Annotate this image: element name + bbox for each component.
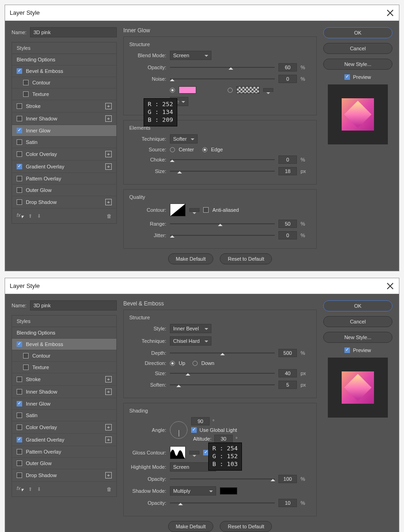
style-item-gradient-overlay[interactable]: Gradient Overlay+ [12,161,116,173]
style-checkbox[interactable] [17,341,22,347]
style-checkbox[interactable] [17,164,22,169]
style-checkbox[interactable] [17,472,22,478]
blending-options[interactable]: Blending Options [12,54,116,66]
soften-input[interactable]: 5 [278,381,297,389]
range-slider[interactable] [170,221,275,227]
gradient-swatch[interactable] [236,86,259,94]
move-up-icon[interactable]: ⬆ [28,486,32,492]
cancel-button[interactable]: Cancel [323,316,392,327]
style-checkbox[interactable] [17,151,22,157]
contour-dropdown[interactable] [189,208,199,212]
style-item-color-overlay[interactable]: Color Overlay+ [12,148,116,161]
style-item-pattern-overlay[interactable]: Pattern Overlay [12,173,116,185]
depth-input[interactable]: 500 [278,349,297,357]
blending-options[interactable]: Blending Options [12,327,116,339]
technique-select[interactable]: Softer [170,134,198,143]
add-effect-icon[interactable]: + [105,472,112,478]
make-default-button[interactable]: Make Default [168,253,214,264]
style-checkbox[interactable] [17,449,22,454]
opacity-slider[interactable] [170,64,275,71]
shadow-opacity-slider[interactable] [170,500,275,506]
style-item-drop-shadow[interactable]: Drop Shadow+ [12,469,116,482]
style-item-stroke[interactable]: Stroke+ [12,100,116,113]
style-item-inner-glow[interactable]: Inner Glow [12,398,116,410]
jitter-slider[interactable] [170,232,275,239]
highlight-opacity-input[interactable]: 100 [278,475,297,483]
style-checkbox[interactable] [23,91,29,97]
style-item-bevel-emboss[interactable]: Bevel & Emboss [12,66,116,77]
style-item-texture[interactable]: Texture [12,362,116,373]
style-checkbox[interactable] [17,128,22,133]
add-effect-icon[interactable]: + [105,151,112,157]
style-item-satin[interactable]: Satin [12,137,116,148]
preview-checkbox[interactable] [344,347,350,353]
shadow-opacity-input[interactable]: 10 [278,499,297,507]
add-effect-icon[interactable]: + [105,436,112,443]
style-checkbox[interactable] [17,187,22,193]
color-swatch[interactable] [179,86,196,94]
down-radio[interactable] [193,361,198,366]
size-slider[interactable] [170,168,275,174]
style-checkbox[interactable] [17,103,22,109]
style-checkbox[interactable] [17,389,22,395]
style-checkbox[interactable] [23,353,29,359]
style-item-inner-shadow[interactable]: Inner Shadow+ [12,113,116,125]
new-style-button[interactable]: New Style... [323,59,392,70]
choke-input[interactable]: 0 [278,155,297,164]
style-checkbox[interactable] [17,437,22,442]
style-item-color-overlay[interactable]: Color Overlay+ [12,421,116,434]
blend-mode-select[interactable]: Screen [170,51,211,60]
add-effect-icon[interactable]: + [105,424,112,430]
preview-checkbox[interactable] [344,74,350,80]
up-radio[interactable] [170,361,175,366]
style-item-stroke[interactable]: Stroke+ [12,373,116,386]
close-icon[interactable] [386,282,394,290]
ok-button[interactable]: OK [323,300,392,311]
contour-picker[interactable] [170,203,186,216]
gradient-dropdown[interactable] [263,88,273,92]
technique-select[interactable]: Chisel Hard [170,336,211,346]
gloss-contour-dropdown[interactable] [189,451,199,454]
style-checkbox[interactable] [17,199,22,205]
soften-slider[interactable] [170,382,275,388]
style-checkbox[interactable] [17,68,22,74]
reset-default-button[interactable]: Reset to Default [220,253,272,264]
add-effect-icon[interactable]: + [105,199,112,205]
style-checkbox[interactable] [17,139,22,145]
move-down-icon[interactable]: ⬇ [37,213,41,219]
style-item-outer-glow[interactable]: Outer Glow [12,458,116,469]
style-item-outer-glow[interactable]: Outer Glow [12,185,116,196]
add-effect-icon[interactable]: + [105,115,112,122]
gradient-radio[interactable] [228,88,233,93]
fx-icon[interactable]: fx▾ [17,212,24,220]
style-checkbox[interactable] [23,365,29,370]
style-checkbox[interactable] [17,377,22,382]
fx-icon[interactable]: fx▾ [17,485,24,493]
ok-button[interactable]: OK [323,27,392,38]
make-default-button[interactable]: Make Default [168,521,214,532]
style-checkbox[interactable] [17,412,22,418]
style-item-contour[interactable]: Contour [12,77,116,89]
move-down-icon[interactable]: ⬇ [37,486,41,492]
style-checkbox[interactable] [17,176,22,181]
angle-input[interactable]: 90 [191,417,210,425]
style-checkbox[interactable] [23,80,29,85]
anti-aliased-checkbox[interactable] [203,207,209,213]
color-radio[interactable] [170,88,175,93]
add-effect-icon[interactable]: + [105,389,112,395]
opacity-input[interactable]: 60 [278,63,297,72]
style-checkbox[interactable] [17,424,22,430]
close-icon[interactable] [386,9,394,17]
size-input[interactable]: 18 [278,167,297,175]
add-effect-icon[interactable]: + [105,103,112,109]
depth-slider[interactable] [170,350,275,356]
use-global-light-checkbox[interactable] [191,427,197,433]
noise-input[interactable]: 0 [278,75,297,83]
style-item-texture[interactable]: Texture [12,89,116,100]
style-item-inner-shadow[interactable]: Inner Shadow+ [12,386,116,398]
size-input[interactable]: 40 [278,369,297,377]
center-radio[interactable] [170,147,175,152]
angle-dial[interactable] [170,421,187,439]
style-item-bevel-emboss[interactable]: Bevel & Emboss [12,339,116,350]
range-input[interactable]: 50 [278,220,297,228]
